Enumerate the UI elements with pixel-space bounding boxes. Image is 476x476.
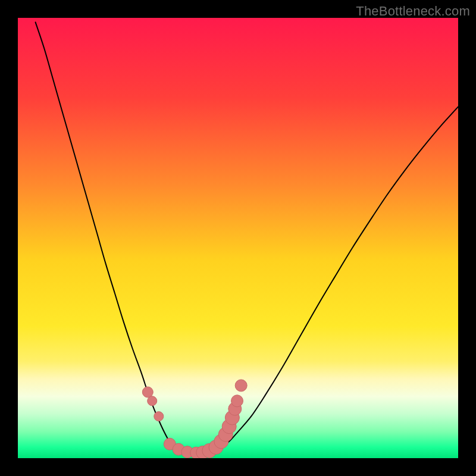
plot-area: [18, 18, 458, 458]
gradient-background: [18, 18, 458, 458]
chart-svg: [18, 18, 458, 458]
highlight-dot: [142, 387, 153, 397]
highlight-dot: [231, 395, 243, 407]
highlight-dot: [148, 396, 157, 406]
watermark-text: TheBottleneck.com: [356, 4, 470, 19]
chart-frame: TheBottleneck.com: [0, 0, 476, 476]
highlight-dot: [154, 412, 164, 421]
highlight-dot: [235, 380, 247, 392]
